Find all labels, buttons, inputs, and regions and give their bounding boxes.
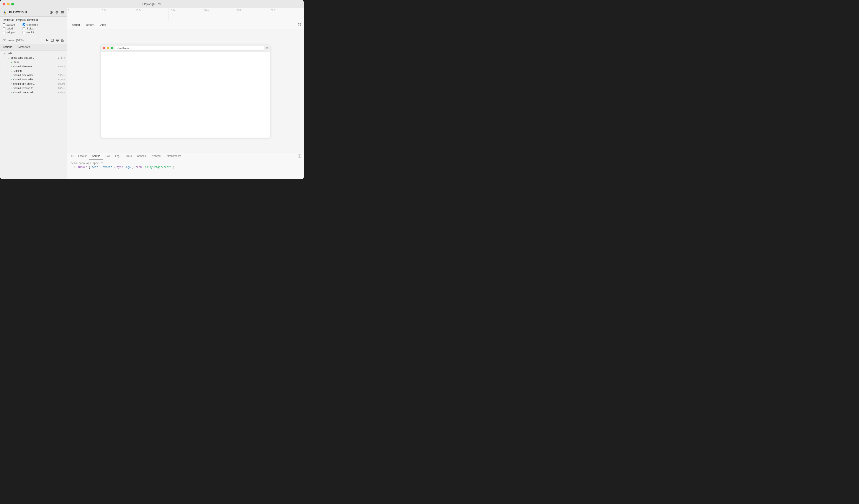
chevron-down-icon: ▾ [4, 52, 7, 55]
main-window: Playwright Test 🎭 PLAYWRIGHT [0, 0, 304, 179]
code-text: } [132, 166, 135, 169]
tab-action[interactable]: Action [69, 22, 83, 28]
svg-rect-4 [61, 12, 64, 13]
passed-checkbox[interactable] [3, 23, 5, 26]
eye-file-icon[interactable]: ○ [64, 57, 65, 59]
check-icon: ✓ [11, 91, 12, 94]
run-all-icon[interactable] [45, 38, 49, 42]
tick-label-2: 10.0s [136, 9, 141, 12]
settings-icon[interactable] [61, 11, 64, 14]
test-tree-section: Actions Metadata ▾ edit ▾ ✓ demo-todo-ap… [0, 44, 67, 179]
test-name-3: should save edits ... [13, 78, 57, 81]
chromium-label: chromium [27, 23, 38, 26]
filter-webkit[interactable]: webkit [22, 31, 40, 34]
check-icon: ✓ [11, 78, 12, 81]
code-text: ; [173, 166, 175, 169]
filter-chromium[interactable]: chromium [22, 23, 40, 26]
webkit-checkbox[interactable] [22, 31, 25, 34]
filter-section: Status: all Projects: chromium passed ch… [0, 17, 67, 37]
code-text: , [114, 166, 117, 169]
tick-label-6: 30.0s [271, 9, 276, 12]
sidebar-header: 🎭 PLAYWRIGHT [0, 8, 67, 17]
group-editing-label: Editing [14, 69, 65, 73]
browser-close-dot [103, 47, 105, 49]
skipped-checkbox[interactable] [3, 31, 5, 34]
firefox-label: firefox [27, 27, 34, 30]
copy-file-icon[interactable]: ⧉ [61, 57, 62, 59]
list-item[interactable]: ✓ should allow me t... 949ms [0, 64, 67, 69]
tab-attachments[interactable]: Attachments [164, 154, 183, 159]
check-icon: ✓ [11, 74, 12, 77]
check-icon: ✓ [11, 61, 13, 64]
check-icon: ✓ [11, 65, 12, 68]
status-value: all [12, 18, 14, 21]
bottom-tabs-left: Locator Source Call Log Errors Console N… [69, 154, 183, 159]
group-item[interactable]: ▾ ✓ Item [0, 60, 67, 64]
tab-network[interactable]: Network [149, 154, 164, 159]
tab-console[interactable]: Console [134, 154, 149, 159]
tab-locator[interactable]: Locator [75, 154, 89, 159]
tab-call[interactable]: Call [103, 154, 112, 159]
show-browser-icon[interactable] [56, 38, 59, 42]
minimize-button[interactable] [7, 3, 10, 5]
close-button[interactable] [3, 3, 5, 5]
tab-after[interactable]: After [97, 22, 109, 28]
failed-label: failed [6, 27, 13, 30]
tab-errors[interactable]: Errors [122, 154, 135, 159]
projects-label: Projects: [16, 18, 27, 21]
filter-skipped[interactable]: skipped [3, 31, 20, 34]
filter-row-3: skipped webkit [3, 31, 64, 34]
more-icon[interactable] [61, 38, 64, 42]
firefox-checkbox[interactable] [22, 27, 25, 30]
group-editing[interactable]: ▾ ✓ Editing [0, 69, 67, 73]
tab-actions[interactable]: Actions [0, 44, 15, 50]
browser-chrome: about:blank ≡ [101, 44, 270, 52]
chevron-down-icon: ▾ [4, 57, 7, 59]
filter-failed[interactable]: failed [3, 27, 20, 30]
timeline-tick-6: 30.0s [270, 8, 304, 21]
list-item[interactable]: ✓ should save edits ... 916ms [0, 77, 67, 82]
list-item[interactable]: ✓ should hide other... 950ms [0, 73, 67, 77]
svg-rect-13 [63, 41, 64, 42]
tab-log[interactable]: Log [112, 154, 122, 159]
theme-toggle-icon[interactable] [49, 11, 53, 14]
tab-source[interactable]: Source [89, 154, 103, 159]
keyword-from: from [136, 166, 142, 169]
filter-firefox[interactable]: firefox [22, 27, 40, 30]
run-file-icon[interactable]: ▶ [58, 57, 59, 59]
test-time-4: 980ms [58, 82, 65, 85]
suite-edit[interactable]: ▾ edit [0, 51, 67, 56]
browser-url-bar: about:blank [115, 46, 265, 50]
timeline-tick-5: 25.0s [236, 8, 270, 21]
check-icon: ✓ [11, 82, 12, 85]
test-name-4: should trim enter... [13, 82, 57, 85]
bottom-tab-icon-locator[interactable] [69, 154, 75, 159]
file-demo-todo[interactable]: ▾ ✓ demo-todo-app.sp... ▶ ⧉ ○ [0, 56, 67, 60]
test-name-6: should cancel edi... [13, 91, 57, 94]
fullscreen-button[interactable] [11, 3, 14, 5]
code-filename: demo-todo-app.spec.ts [71, 162, 300, 165]
tab-metadata[interactable]: Metadata [15, 44, 33, 50]
failed-checkbox[interactable] [3, 27, 5, 30]
titlebar: Playwright Test [0, 0, 304, 8]
svg-rect-11 [63, 39, 64, 40]
stop-icon[interactable] [50, 38, 54, 42]
refresh-icon[interactable] [55, 11, 59, 14]
split-pane-icon[interactable] [297, 154, 302, 159]
bottom-panel: Locator Source Call Log Errors Console N… [67, 153, 304, 179]
svg-rect-7 [51, 39, 54, 42]
list-item[interactable]: ✓ should trim enter... 980ms [0, 82, 67, 86]
chromium-checkbox[interactable] [22, 23, 25, 26]
header-icons [49, 11, 64, 14]
tab-before[interactable]: Before [83, 22, 97, 28]
expand-icon[interactable] [297, 22, 302, 28]
timeline: 0 5.0s 10.0s 15.0s 20.0s 25.0s 30.0s [67, 8, 304, 21]
list-item[interactable]: ✓ should remove th... 860ms [0, 86, 67, 90]
list-item[interactable]: ✓ should cancel edi... 536ms [0, 90, 67, 95]
check-icon: ✓ [11, 69, 13, 73]
code-text: , [100, 166, 103, 169]
passed-label: passed [6, 23, 15, 26]
timeline-tick-1: 5.0s [101, 8, 135, 21]
filter-passed[interactable]: passed [3, 23, 20, 26]
code-line-1: 1 import { test , expect , type Page } [71, 166, 300, 169]
